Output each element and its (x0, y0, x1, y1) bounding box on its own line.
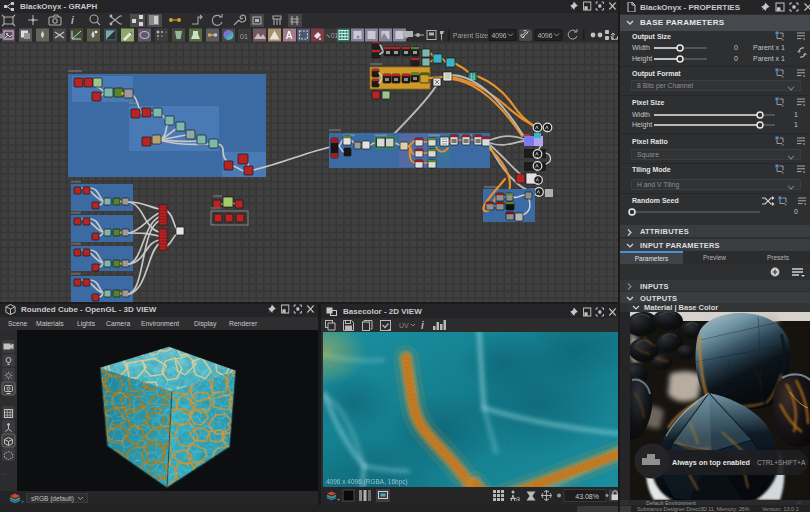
svg-text:4096: 4096 (492, 32, 507, 39)
svg-text:Always on top enabled: Always on top enabled (672, 458, 750, 467)
svg-text:CTRL+SHIFT+A: CTRL+SHIFT+A (757, 459, 806, 466)
svg-text:i: i (71, 15, 74, 26)
svg-text:UV: UV (399, 322, 409, 329)
svg-text:43.08%: 43.08% (575, 493, 599, 500)
svg-text:∿01: ∿01 (326, 32, 339, 39)
svg-text:⋯: ⋯ (2, 471, 7, 477)
svg-text:01: 01 (240, 33, 248, 40)
svg-text:i: i (421, 320, 424, 331)
svg-text:A: A (286, 30, 293, 41)
svg-text:Parent Size:: Parent Size: (453, 32, 490, 39)
svg-text:⊞: ⊞ (516, 496, 520, 502)
svg-text:4096: 4096 (538, 32, 553, 39)
